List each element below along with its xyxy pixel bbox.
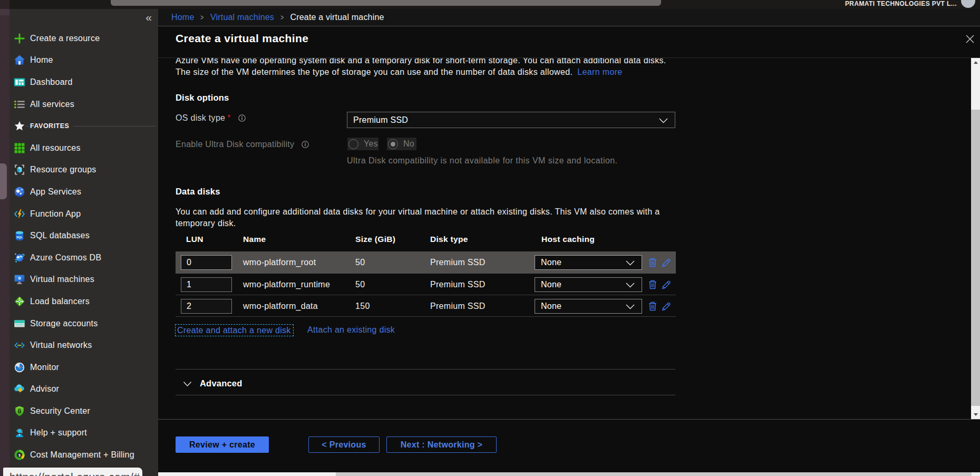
sidebar-item-resource-groups[interactable]: Resource groups (9, 159, 158, 181)
scroll-down-button[interactable] (971, 410, 980, 419)
sidebar-item-label: Cost Management + Billing (30, 450, 134, 460)
delete-disk-button[interactable] (647, 257, 658, 268)
ultra-disk-radio-yes[interactable]: Yes (347, 138, 379, 150)
advanced-section-toggle[interactable]: Advanced (158, 376, 685, 392)
sidebar-item-all-services[interactable]: All services (9, 93, 158, 115)
sidebar-item-dashboard[interactable]: Dashboard (9, 71, 158, 93)
data-disks-heading: Data disks (176, 187, 220, 197)
lun-input[interactable] (181, 299, 232, 314)
sidebar-item-sql-databases[interactable]: SQL SQL databases (9, 225, 158, 247)
sidebar-collapse-button[interactable]: « (145, 12, 152, 23)
sidebar-item-help-support[interactable]: Help + support (9, 422, 158, 444)
sidebar-item-advisor[interactable]: Advisor (9, 378, 158, 401)
edit-disk-button[interactable] (661, 301, 672, 312)
intro-line1: Azure VMs have one operating system disk… (176, 58, 666, 65)
donut-dollar-icon: $ (14, 449, 25, 461)
breadcrumb-virtual-machines[interactable]: Virtual machines (210, 13, 274, 22)
host-caching-select[interactable]: None (535, 299, 642, 314)
next-networking-button[interactable]: Next : Networking > (386, 436, 497, 453)
os-disk-type-label: OS disk type* (176, 113, 246, 123)
sidebar-item-app-services[interactable]: App Services (9, 181, 158, 203)
status-url: https://portal.azure.com/# (9, 471, 140, 476)
edit-disk-button[interactable] (661, 279, 672, 290)
avatar[interactable] (961, 0, 975, 8)
ultra-disk-radio-no[interactable]: No (387, 138, 416, 150)
sidebar-item-create-a-resource[interactable]: Create a resource (9, 27, 158, 50)
tenant-name: PRAMATI TECHNOLOGIES PVT L... (845, 0, 957, 7)
sidebar-item-virtual-machines[interactable]: Virtual machines (9, 269, 158, 291)
data-disks-description: You can add and configure additional dat… (176, 206, 697, 229)
sidebar-item-label: All services (30, 100, 74, 109)
sidebar-item-label: All resources (30, 143, 81, 153)
intro-line2: The size of the VM determines the type o… (176, 67, 573, 76)
sidebar-item-azure-cosmos-db[interactable]: Azure Cosmos DB (9, 247, 158, 269)
sidebar-item-label: Security Center (30, 406, 90, 416)
delete-disk-button[interactable] (647, 301, 658, 312)
horizontal-scrollbar[interactable] (158, 472, 980, 476)
content-viewport: Azure VMs have one operating system disk… (158, 58, 971, 419)
gauge-icon (14, 362, 25, 373)
host-caching-value: None (535, 280, 561, 289)
sidebar-item-monitor[interactable]: Monitor (9, 356, 158, 378)
os-disk-type-value: Premium SSD (347, 115, 408, 125)
column-header-lun: LUN (186, 235, 203, 244)
sidebar-item-cost-management[interactable]: $ Cost Management + Billing (9, 444, 158, 466)
disk-name: wmo-platform_data (243, 295, 318, 317)
sidebar-item-all-resources[interactable]: All resources (9, 137, 158, 159)
sidebar-item-storage-accounts[interactable]: Storage accounts (9, 313, 158, 335)
edit-disk-button[interactable] (661, 257, 672, 268)
os-disk-type-select[interactable]: Premium SSD (347, 112, 675, 128)
shield-icon (14, 405, 25, 417)
breadcrumb: Home > Virtual machines > Create a virtu… (171, 9, 384, 26)
person-headset-icon (14, 427, 25, 439)
sidebar: « Create a resource Home (9, 9, 158, 476)
sidebar-item-security-center[interactable]: Security Center (9, 400, 158, 422)
intro-text: Azure VMs have one operating system disk… (176, 58, 719, 77)
vertical-scrollbar-thumb[interactable] (971, 110, 980, 406)
horizontal-scrollbar-thumb[interactable] (336, 472, 972, 476)
close-icon[interactable] (964, 33, 976, 45)
breadcrumb-bar: Home > Virtual machines > Create a virtu… (158, 9, 980, 26)
left-scrollbar-thumb[interactable] (0, 163, 7, 199)
disk-type: Premium SSD (430, 251, 486, 274)
sidebar-item-label: Virtual machines (30, 275, 94, 284)
sidebar-item-function-app[interactable]: Function App (9, 203, 158, 225)
info-icon[interactable] (238, 114, 246, 122)
attach-existing-disk-link[interactable]: Attach an existing disk (307, 325, 395, 335)
sidebar-item-home[interactable]: Home (9, 50, 158, 72)
info-icon[interactable] (302, 141, 309, 148)
create-attach-disk-link[interactable]: Create and attach a new disk (175, 324, 294, 336)
disk-size: 50 (355, 251, 365, 274)
lun-input[interactable] (181, 277, 232, 292)
disk-size: 150 (355, 295, 370, 317)
sidebar-item-label: Advisor (30, 384, 59, 394)
lun-input[interactable] (181, 255, 232, 270)
sidebar-item-virtual-networks[interactable]: Virtual networks (9, 334, 158, 356)
sidebar-item-label: Resource groups (30, 165, 96, 174)
triangle-up-icon (974, 61, 978, 64)
planet-icon (14, 252, 25, 264)
blade-header: Create a virtual machine (158, 27, 980, 58)
disk-name: wmo-platform_root (243, 251, 316, 274)
review-create-button[interactable]: Review + create (176, 436, 269, 453)
sidebar-item-label: Help + support (30, 428, 87, 438)
radio-label-no: No (403, 139, 414, 149)
sidebar-item-label: Virtual networks (30, 341, 92, 350)
address-bar-remnant[interactable] (111, 0, 661, 6)
sidebar-section-favorites[interactable]: FAVORITES (9, 115, 158, 137)
vertical-scrollbar[interactable] (971, 58, 980, 419)
radio-checked-icon (388, 139, 398, 149)
sidebar-item-label: Home (30, 55, 53, 65)
angle-brackets-icon (14, 339, 25, 351)
previous-button[interactable]: < Previous (308, 436, 380, 453)
host-caching-select[interactable]: None (535, 277, 642, 292)
learn-more-link[interactable]: Learn more (577, 67, 622, 76)
sidebar-item-load-balancers[interactable]: Load balancers (9, 290, 158, 313)
footer: Review + create < Previous Next : Networ… (158, 420, 980, 476)
delete-disk-button[interactable] (647, 279, 658, 290)
breadcrumb-home[interactable]: Home (171, 13, 194, 22)
scroll-up-button[interactable] (971, 58, 980, 67)
list-icon (14, 99, 25, 110)
divider (176, 369, 675, 370)
host-caching-select[interactable]: None (535, 255, 642, 270)
